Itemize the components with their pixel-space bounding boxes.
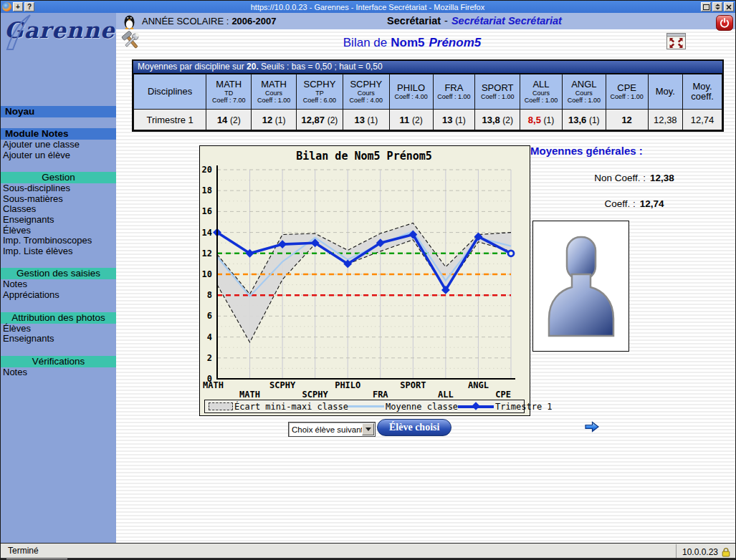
status-host: 10.0.0.23: [676, 544, 733, 559]
main-content: Bilan deNom5Prénom5 Moyennes par discipl…: [116, 29, 736, 543]
column-header-math-td: MATHTDCoeff : 7.00: [206, 74, 252, 110]
average-noncoeff-value: 12,38: [650, 173, 674, 183]
sidebar-section-noyau[interactable]: Noyau: [1, 106, 116, 117]
sidebar-item-eleves[interactable]: Élèves: [1, 226, 116, 236]
x-tick-label: ALL: [438, 390, 454, 400]
logout-button[interactable]: [716, 15, 733, 31]
session-username: Secrétariat Secrétariat: [451, 15, 562, 26]
close-icon: [726, 4, 732, 10]
student-firstname: Prénom5: [429, 36, 481, 49]
legend-line-swatch: [348, 405, 384, 407]
legend-label: Moyenne classe: [386, 402, 458, 412]
grade-cell: 13 (1): [343, 110, 389, 130]
maximize-button[interactable]: [701, 2, 711, 11]
sidebar-item-imp-trombinoscopes[interactable]: Imp. Trombinoscopes: [1, 236, 116, 246]
school-year: ANNÉE SCOLAIRE :2006-2007: [142, 16, 277, 26]
chart-panel: 02468101214161820MATHMATHSCPHYSCPHYPHILO…: [199, 145, 530, 416]
grade-cell: 13 (1): [433, 110, 475, 130]
help-button[interactable]: ?: [24, 2, 34, 11]
page-title: Bilan deNom5Prénom5: [116, 36, 708, 50]
chart-title: Bilan de Nom5 Prénom5: [296, 150, 432, 163]
sidebar-item-imp-liste-eleves[interactable]: Imp. Liste élèves: [1, 246, 116, 257]
sidebar-item-ajouter-une-classe[interactable]: Ajouter une classe: [1, 140, 116, 150]
y-tick-label: 14: [202, 228, 212, 238]
firefox-icon: [2, 2, 11, 11]
grade-cell: 14 (2): [206, 110, 252, 130]
student-select[interactable]: Choix élève suivant: [288, 422, 376, 437]
next-arrow-button[interactable]: [583, 420, 601, 436]
select-dropdown-button[interactable]: [362, 423, 374, 435]
separator: -: [444, 15, 448, 26]
fullscreen-icon: [666, 33, 686, 49]
table-row: Trimestre 114 (2)12 (1)12,87 (2)13 (1)11…: [134, 110, 722, 130]
y-tick-label: 12: [202, 248, 212, 259]
student-select-value: Choix élève suivant: [289, 425, 362, 434]
legend-item-trimestre-1: Trimestre 1: [458, 402, 552, 412]
sidebar-section-gestion: Gestion: [1, 172, 116, 183]
average-coeff-label: Coeff. :: [604, 198, 635, 209]
window-title: https://10.0.0.23 - Garennes - Interface…: [36, 3, 699, 11]
column-header-disciplines: Disciplines: [134, 74, 206, 110]
sidebar-section-module-notes[interactable]: Module Notes: [1, 128, 116, 140]
fullscreen-button[interactable]: [666, 33, 686, 49]
column-header-all-cours: ALLCoursCoeff : 1.00: [520, 74, 563, 110]
y-tick-label: 2: [207, 353, 212, 363]
grade-cell: 12,87 (2): [297, 110, 343, 130]
sidebar-item-ajouter-un-eleve[interactable]: Ajouter un élève: [1, 150, 116, 161]
school-year-label: ANNÉE SCOLAIRE :: [142, 16, 229, 26]
x-tick-label: SCPHY: [269, 380, 296, 390]
next-arrow-icon: [583, 420, 601, 433]
page-title-prefix: Bilan de: [343, 36, 387, 49]
school-year-value: 2006-2007: [231, 16, 276, 26]
session-role: Secrétariat: [387, 15, 441, 26]
grade-cell: 12 (1): [252, 110, 297, 130]
sidebar-item-notes[interactable]: Notes: [1, 367, 116, 378]
legend-item-moyenne-classe: Moyenne classe: [348, 402, 458, 412]
app-logo: Garennes: [1, 13, 116, 59]
x-tick-label: CPE: [495, 390, 511, 400]
sidebar-item-eleves[interactable]: Élèves: [1, 324, 116, 334]
grade-cell: 12,74: [683, 110, 722, 130]
sidebar-item-enseignants[interactable]: Enseignants: [1, 215, 116, 226]
choose-student-button[interactable]: Élève choisi: [377, 419, 451, 436]
grades-table-caption: Moyennes par discipline sur 20. Seuils :…: [133, 61, 722, 74]
close-button[interactable]: [724, 2, 734, 11]
browser-window: + ? https://10.0.0.23 - Garennes - Inter…: [0, 0, 736, 560]
grade-cell: 8,5 (1): [520, 110, 563, 130]
grade-cell: 13,6 (1): [562, 110, 606, 130]
column-header-philo: PHILOCoeff : 4.00: [389, 74, 433, 110]
y-tick-label: 20: [202, 165, 212, 175]
column-header-scphy-tp: SCPHYTPCoeff : 6.00: [297, 74, 343, 110]
session-user: Secrétariat-Secrétariat Secrétariat: [331, 15, 618, 26]
sidebar-item-appreciations[interactable]: Appréciations: [1, 290, 116, 301]
window-titlebar: + ? https://10.0.0.23 - Garennes - Inter…: [1, 1, 735, 13]
sidebar-nav: NoyauModule NotesAjouter une classeAjout…: [1, 59, 116, 377]
column-header-angl-cours: ANGLCoursCoeff : 1.00: [562, 74, 606, 110]
grade-cell: 13,8 (2): [475, 110, 520, 130]
x-tick-label: PHILO: [335, 380, 360, 390]
shade-button[interactable]: [712, 2, 722, 11]
averages-title: Moyennes générales :: [530, 145, 643, 157]
host-address: 10.0.0.23: [682, 547, 718, 557]
legend-item-ecart-mini-maxi-classe: Écart mini-maxi classe: [209, 402, 348, 412]
sidebar-item-sous-matieres[interactable]: Sous-matières: [1, 194, 116, 205]
column-header-fra: FRACoeff : 1.00: [433, 74, 475, 110]
sidebar-item-sous-disciplines[interactable]: Sous-disciplines: [1, 183, 116, 194]
x-tick-label: SCPHY: [302, 390, 329, 400]
student-photo-placeholder: [532, 221, 629, 352]
x-tick-label: MATH: [239, 390, 260, 400]
sidebar-item-classes[interactable]: Classes: [1, 204, 116, 215]
add-button[interactable]: +: [13, 2, 23, 11]
sidebar-item-enseignants[interactable]: Enseignants: [1, 334, 116, 344]
y-tick-label: 10: [202, 269, 212, 279]
legend-band-swatch: [209, 402, 233, 410]
shade-icon: [715, 4, 721, 10]
sidebar-section-gestion-des-saisies: Gestion des saisies: [1, 268, 116, 279]
tux-icon: [123, 14, 135, 29]
legend-label: Écart mini-maxi classe: [234, 402, 348, 412]
column-header-sport: SPORTCoeff : 1.00: [475, 74, 520, 110]
sidebar-section-verifications: Vérifications: [1, 356, 116, 367]
x-tick-label: SPORT: [400, 380, 426, 390]
sidebar-item-notes[interactable]: Notes: [1, 279, 116, 290]
chart-legend: Écart mini-maxi classeMoyenne classeTrim…: [204, 400, 525, 413]
